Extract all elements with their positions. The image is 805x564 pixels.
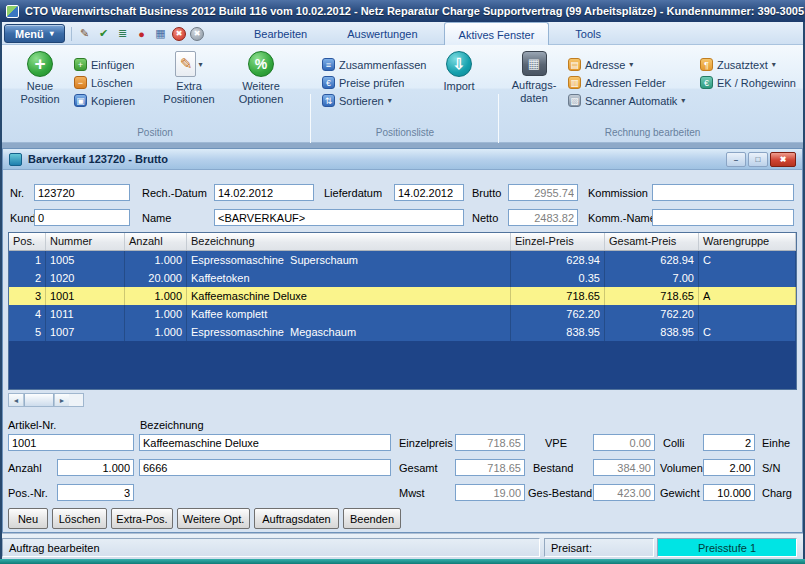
einfuegen-button[interactable]: + Einfügen (74, 57, 134, 72)
pos-nr-field[interactable] (57, 484, 134, 501)
pos-nr-label: Pos.-Nr. (8, 487, 48, 499)
zusammenfassen-button[interactable]: ≡ Zusammenfassen (322, 57, 426, 72)
close-button[interactable]: ✖ (770, 152, 796, 167)
close-gray-icon[interactable]: ✖ (190, 27, 204, 41)
ges-bestand-field[interactable] (593, 484, 655, 501)
scanner-automatik-button[interactable]: ▧ Scanner Automatik ▾ (568, 93, 685, 108)
preise-pruefen-button[interactable]: € Preise prüfen (322, 75, 404, 90)
tab-auswertungen[interactable]: Auswertungen (333, 22, 431, 45)
volumen-field[interactable] (703, 459, 755, 476)
grid-icon[interactable]: ▦ (153, 26, 168, 41)
extra-pos-button[interactable]: Extra-Pos. (111, 508, 173, 529)
add-icon: + (27, 51, 53, 77)
vpe-field[interactable] (593, 434, 655, 451)
menu-button[interactable]: Menü ▾ (4, 24, 65, 43)
bestand-field[interactable] (593, 459, 655, 476)
menu-button-label: Menü (15, 28, 44, 40)
mwst-field[interactable] (455, 484, 525, 501)
scrollbar-thumb[interactable] (24, 394, 54, 406)
app-titlebar[interactable]: CTO Warenwirtschaft Business 2012 Build … (0, 0, 805, 22)
scroll-right-icon[interactable]: ► (54, 394, 69, 406)
name-field[interactable] (214, 209, 464, 226)
colli-field[interactable] (703, 434, 755, 451)
merge-icon: ≡ (322, 58, 335, 71)
neu-button[interactable]: Neu (8, 508, 48, 529)
table-row[interactable]: 51007 1.000Espressomaschine Megaschaum 8… (9, 323, 796, 341)
check-icon[interactable]: ✔ (96, 26, 111, 41)
berries-icon[interactable]: ● (134, 26, 149, 41)
copy-icon: ▣ (74, 94, 87, 107)
bezeichnung-field[interactable] (139, 434, 391, 451)
chevron-down-icon: ▾ (388, 96, 392, 105)
group-label-position: Position (0, 127, 310, 138)
tab-bearbeiten[interactable]: Bearbeiten (240, 22, 321, 45)
horizontal-scrollbar[interactable]: ◄ ► (8, 393, 84, 407)
bezeichnung2-field[interactable] (139, 459, 391, 476)
kopieren-button[interactable]: ▣ Kopieren (74, 93, 135, 108)
extra-positionen-button[interactable]: ✎ ▾ Extra Positionen (158, 51, 220, 106)
kommission-field[interactable] (652, 184, 794, 201)
weitere-optionen-button[interactable]: % Weitere Optionen (230, 51, 292, 106)
einzelpreis-field[interactable] (455, 434, 525, 451)
nr-field[interactable] (34, 184, 130, 201)
cancel-icon[interactable]: ✖ (172, 27, 186, 41)
window-left-edge (0, 22, 2, 559)
save-disk-icon: ▦ (522, 51, 547, 76)
table-row[interactable]: 21020 20.000Kaffeetoken 0.357.00 (9, 269, 796, 287)
tab-tools[interactable]: Tools (561, 22, 615, 45)
maximize-button[interactable]: □ (748, 152, 768, 167)
loeschen-footer-button[interactable]: Löschen (52, 508, 107, 529)
gewicht-field[interactable] (703, 484, 755, 501)
ek-rohgewinn-button[interactable]: € EK / Rohgewinn (700, 75, 796, 90)
table-row[interactable]: 41011 1.000Kaffee komplett 762.20762.20 (9, 305, 796, 323)
stack-icon[interactable]: ≣ (115, 26, 130, 41)
table-row[interactable]: 11005 1.000Espressomaschine Superschaum … (9, 251, 796, 269)
scanner-icon: ▧ (568, 94, 581, 107)
address-fields-icon: ▥ (568, 76, 581, 89)
ribbon-tabs: Bearbeiten Auswertungen Aktives Fenster … (240, 22, 615, 45)
gesamt-field[interactable] (455, 459, 525, 476)
column-header-nummer[interactable]: Nummer (46, 233, 125, 250)
positions-table: Pos. Nummer Anzahl Bezeichnung Einzel-Pr… (8, 232, 797, 390)
column-header-gesamtpreis[interactable]: Gesamt-Preis (605, 233, 699, 250)
rech-datum-field[interactable] (214, 184, 314, 201)
column-header-pos[interactable]: Pos. (9, 233, 46, 250)
artikel-nr-field[interactable] (8, 434, 134, 451)
artikel-nr-label: Artikel-Nr. (8, 419, 56, 431)
anzahl-field[interactable] (57, 459, 134, 476)
minimize-button[interactable]: – (726, 152, 746, 167)
gewicht-label: Gewicht (660, 487, 700, 499)
auftragsdaten-button[interactable]: Auftragsdaten (254, 508, 339, 529)
table-row-current[interactable]: 31001 1.000Kaffeemaschine Deluxe 718.657… (9, 287, 796, 305)
loeschen-button[interactable]: − Löschen (74, 75, 133, 90)
nr-label: Nr. (10, 187, 24, 199)
name-label: Name (142, 212, 171, 224)
zusatztext-button[interactable]: ¶ Zusatztext ▾ (700, 57, 776, 72)
sortieren-button[interactable]: ⇅ Sortieren ▾ (322, 93, 392, 108)
neue-position-button[interactable]: + Neue Position (14, 51, 66, 106)
beenden-button[interactable]: Beenden (343, 508, 401, 529)
column-header-warengruppe[interactable]: Warengruppe (699, 233, 796, 250)
mwst-label: Mwst (399, 487, 425, 499)
column-header-bezeichnung[interactable]: Bezeichnung (187, 233, 511, 250)
scroll-left-icon[interactable]: ◄ (9, 394, 24, 406)
column-header-anzahl[interactable]: Anzahl (125, 233, 187, 250)
app-icon (6, 5, 19, 18)
import-button[interactable]: ⇩ Import (432, 51, 486, 93)
table-header: Pos. Nummer Anzahl Bezeichnung Einzel-Pr… (9, 233, 796, 251)
tab-aktives-fenster[interactable]: Aktives Fenster (444, 22, 550, 46)
lieferdatum-field[interactable] (394, 184, 464, 201)
kunde-field[interactable] (34, 209, 130, 226)
auftragsdaten-ribbon-button[interactable]: ▦ Auftrags-daten (506, 51, 562, 105)
edit-icon[interactable]: ✎ (77, 26, 92, 41)
document-titlebar[interactable]: Barverkauf 123720 - Brutto – □ ✖ (3, 149, 802, 170)
adresse-button[interactable]: ▤ Adresse ▾ (568, 57, 633, 72)
brutto-field[interactable] (508, 184, 578, 201)
price-check-icon: € (322, 76, 335, 89)
adressen-felder-button[interactable]: ▥ Adressen Felder (568, 75, 666, 90)
column-header-einzelpreis[interactable]: Einzel-Preis (511, 233, 605, 250)
profit-icon: € (700, 76, 713, 89)
komm-name-field[interactable] (652, 209, 794, 226)
weitere-opt-button[interactable]: Weitere Opt. (177, 508, 250, 529)
netto-field[interactable] (508, 209, 578, 226)
